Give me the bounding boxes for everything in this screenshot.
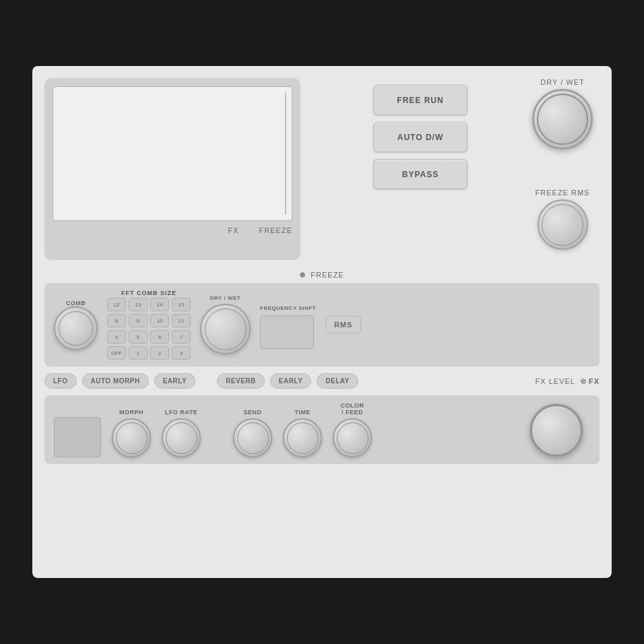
fx-led-label: FX — [589, 377, 600, 385]
grid-btn-9[interactable]: 9 — [129, 314, 148, 327]
freq-shift-display — [260, 315, 314, 349]
color-feed-knob[interactable] — [333, 418, 372, 457]
fft-comb-size-area: FFT COMB SIZE 12 13 14 15 8 9 10 11 4 5 … — [107, 290, 191, 360]
early1-button[interactable]: EARLY — [154, 373, 195, 389]
grid-btn-4[interactable]: 4 — [107, 330, 126, 344]
grid-btn-off[interactable]: OFF — [107, 346, 126, 360]
morph-label: MORPH — [119, 409, 143, 416]
grid-btn-2[interactable]: 2 — [150, 346, 169, 360]
rms-button[interactable]: RMS — [325, 316, 361, 333]
fx-label: FX — [228, 226, 239, 234]
grid-btn-14[interactable]: 14 — [150, 298, 169, 311]
color-feed-knob-area: COLOR / FEED — [333, 402, 372, 457]
display-area: FX FREEZE — [44, 78, 300, 260]
fx-led-dot — [581, 379, 586, 384]
buttons-column: FREE RUN AUTO D/W BYPASS — [309, 78, 532, 250]
grid-btn-15[interactable]: 15 — [172, 298, 191, 311]
send-knob[interactable] — [233, 418, 272, 457]
lfo-button[interactable]: LFO — [44, 373, 77, 389]
lfo-rate-knob[interactable] — [162, 418, 201, 457]
auto-dw-button[interactable]: AUTO D/W — [373, 122, 468, 152]
color-feed-label: COLOR / FEED — [341, 402, 364, 416]
auto-morph-button[interactable]: AUTO MORPH — [82, 373, 149, 389]
freeze-dot-label: FREEZE — [311, 271, 344, 279]
fft-comb-header: FFT COMB SIZE — [107, 290, 191, 296]
send-label: SEND — [243, 409, 261, 416]
fx-level-knob-area — [529, 404, 590, 457]
reverb-button[interactable]: REVERB — [217, 373, 265, 389]
grid-btn-3[interactable]: 3 — [172, 346, 191, 360]
bottom-knobs: MORPH LFO RATE SEND TIME COLOR / FEED — [112, 402, 372, 457]
top-right: FREE RUN AUTO D/W BYPASS DRY / WET FREEZ… — [309, 78, 600, 250]
freeze-led — [300, 272, 305, 278]
comb-label: COMB — [66, 300, 86, 307]
grid-btn-13[interactable]: 13 — [129, 298, 148, 311]
fft-grid: 12 13 14 15 8 9 10 11 4 5 6 7 OFF 1 2 3 — [107, 298, 191, 360]
fx-level-label: FX LEVEL — [536, 377, 575, 385]
display-labels: FX FREEZE — [53, 221, 292, 234]
fft-inner: COMB FFT COMB SIZE 12 13 14 15 8 9 10 11… — [54, 290, 361, 360]
freeze-rms-knob[interactable] — [538, 199, 588, 250]
fx-level-knob[interactable] — [529, 404, 583, 457]
morph-knob[interactable] — [112, 418, 151, 457]
freeze-rms-label: FREEZE RMS — [536, 189, 590, 197]
top-section: FX FREEZE FREE RUN AUTO D/W BYPASS DRY /… — [32, 66, 612, 267]
grid-btn-10[interactable]: 10 — [150, 314, 169, 327]
bypass-button[interactable]: BYPASS — [373, 159, 468, 189]
grid-btn-8[interactable]: 8 — [107, 314, 126, 327]
dry-wet-column: DRY / WET FREEZE RMS — [532, 78, 600, 250]
freeze-label: FREEZE — [259, 226, 292, 234]
device-panel: FX FREEZE FREE RUN AUTO D/W BYPASS DRY /… — [32, 66, 612, 578]
morph-display — [54, 417, 101, 457]
fft-dry-wet-knob[interactable] — [200, 304, 251, 354]
comb-knob-area: COMB — [54, 300, 98, 350]
time-label: TIME — [294, 409, 311, 416]
send-knob-area: SEND — [233, 409, 272, 457]
grid-btn-6[interactable]: 6 — [150, 330, 169, 344]
fft-dry-wet-label: DRY / WET — [210, 295, 240, 301]
comb-knob[interactable] — [54, 307, 98, 350]
grid-btn-12[interactable]: 12 — [107, 298, 126, 311]
early2-button[interactable]: EARLY — [270, 373, 311, 389]
morph-knob-area: MORPH — [112, 409, 151, 457]
time-knob-area: TIME — [283, 409, 322, 457]
freeze-row: FREEZE — [32, 267, 612, 283]
grid-btn-1[interactable]: 1 — [129, 346, 148, 360]
lfo-rate-label: LFO RATE — [165, 409, 197, 416]
fft-dry-wet-area: DRY / WET — [200, 295, 251, 354]
mode-buttons-row: LFO AUTO MORPH EARLY REVERB EARLY DELAY … — [32, 366, 612, 395]
dry-wet-label: DRY / WET — [540, 78, 584, 86]
fx-led-area: FX — [581, 377, 600, 385]
time-knob[interactable] — [283, 418, 322, 457]
dry-wet-knob[interactable] — [532, 89, 593, 150]
grid-btn-5[interactable]: 5 — [129, 330, 148, 344]
fft-section: COMB FFT COMB SIZE 12 13 14 15 8 9 10 11… — [44, 283, 600, 366]
display-screen — [53, 86, 292, 221]
grid-btn-11[interactable]: 11 — [172, 314, 191, 327]
bottom-row: MORPH LFO RATE SEND TIME COLOR / FEED — [44, 395, 600, 464]
freq-shift-area: FREQUENCY SHIFT — [260, 300, 316, 349]
delay-button[interactable]: DELAY — [317, 373, 358, 389]
freq-shift-label: FREQUENCY SHIFT — [260, 305, 316, 311]
lfo-rate-knob-area: LFO RATE — [162, 409, 201, 457]
free-run-button[interactable]: FREE RUN — [373, 85, 468, 115]
grid-btn-7[interactable]: 7 — [172, 330, 191, 344]
